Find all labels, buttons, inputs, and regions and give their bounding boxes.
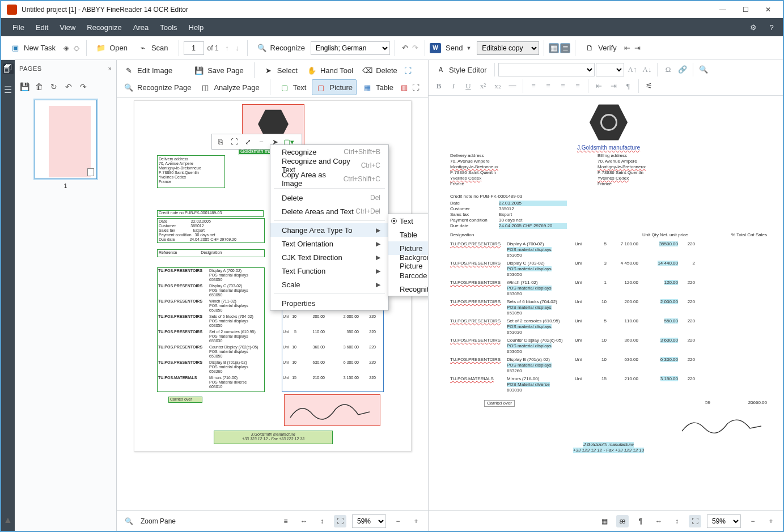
menu-recognize[interactable]: Recognize [81,20,127,35]
align-left-icon[interactable]: ≡ [527,79,540,93]
send-button[interactable]: Send▼ [441,41,476,54]
subscript-icon[interactable]: x₂ [491,79,505,93]
indent-increase-icon[interactable]: ⇥ [607,79,620,93]
increase-font-icon[interactable]: A↑ [625,63,639,76]
settings-icon[interactable]: ⚙ [748,22,759,33]
prev-issue-icon[interactable]: ⇤ [622,43,633,53]
omega-icon[interactable]: Ω [661,63,675,76]
minus-icon[interactable]: − [255,135,268,148]
ctx-sub-item[interactable]: TableCtrl+3 [388,228,428,241]
options-icon[interactable]: ⚟ [642,79,656,93]
edit-image-button[interactable]: ✎Edit Image [120,63,176,78]
ctx-item[interactable]: Text Orientation▶ [270,237,388,250]
new-task-button[interactable]: ▣New Task [6,41,60,56]
fit-icon[interactable]: ⛶ [228,135,240,148]
menu-help[interactable]: Help [183,20,210,35]
bold-icon[interactable]: B [432,79,446,93]
carried-over-zone[interactable]: Carried over [168,397,202,403]
font-size-select[interactable] [596,63,624,76]
fit-height-icon[interactable]: ↕ [316,515,328,527]
align-justify-icon[interactable]: ≡ [571,79,584,93]
list-tab-icon[interactable]: ☰ [3,84,14,95]
maximize-button[interactable]: ☐ [734,2,757,17]
zoom-pane-label[interactable]: Zoom Pane [141,517,176,525]
warning-icon[interactable]: ▲ [3,514,14,525]
page-prev-icon[interactable]: ↑ [222,43,232,53]
link-icon[interactable]: 🔗 [676,63,689,76]
text-fit-page-icon[interactable]: ⛶ [689,515,701,527]
fit-width-icon[interactable]: ↔ [298,515,310,527]
text-fit-height-icon[interactable]: ↕ [671,515,683,527]
pages-tab-icon[interactable]: 🗐 [3,63,14,74]
layout-image-icon[interactable]: ▦ [549,43,559,53]
ctx-item[interactable]: DeleteDel [270,191,388,205]
page-thumbnail[interactable] [35,100,97,179]
footer-zone[interactable]: J.Goldsmith manufacture +33 123 12 12 - … [214,431,333,444]
rotate-right-icon[interactable]: ↷ [77,80,90,93]
italic-icon[interactable]: I [447,79,460,93]
recognition-zone-icon[interactable]: ⛶ [410,82,421,92]
expand-icon[interactable]: ⤢ [241,135,254,148]
redo-icon[interactable]: ↷ [410,43,420,53]
ctx-item[interactable]: Properties [270,296,388,310]
minimize-button[interactable]: — [711,2,734,17]
superscript-icon[interactable]: x² [476,79,490,93]
help-icon[interactable]: ? [766,22,777,33]
strike-icon[interactable]: — [506,79,519,93]
ctx-sub-item[interactable]: Background PictureCtrl+6 [388,255,428,269]
zoom-in-icon[interactable]: + [410,515,422,527]
undo-icon[interactable]: ↶ [400,43,410,53]
rotate-left-icon[interactable]: ↶ [62,80,75,93]
text-zoom-select[interactable]: 59% [707,514,741,528]
ruler-icon[interactable]: ≡ [279,515,292,527]
next-issue-icon[interactable]: ⇥ [633,43,643,53]
page-next-icon[interactable]: ↓ [232,43,243,53]
barcode-zone-icon[interactable]: ▥ [399,82,409,92]
indent-decrease-icon[interactable]: ⇤ [592,79,605,93]
picture-zone-button[interactable]: ▢Picture [312,79,356,95]
crop-icon[interactable]: ⛶ [403,65,413,75]
show-markers-icon[interactable]: æ [616,515,629,527]
page-number-input[interactable] [184,41,204,55]
scan-button[interactable]: ⌁Scan [133,41,173,56]
zoom-select[interactable]: 59% [352,514,386,528]
menu-view[interactable]: View [54,20,81,35]
layer-down-icon[interactable]: ◈ [61,43,71,53]
search-icon[interactable]: 🔍 [697,63,710,76]
language-select[interactable]: English; German [311,41,390,55]
hand-tool-button[interactable]: ✋Hand Tool [303,63,357,78]
ctx-sub-item[interactable]: TextCtrl+2 [388,214,428,228]
ctx-item[interactable]: Change Area Type To▶ [270,223,388,237]
analyze-page-button[interactable]: ◫Analyze Page [197,80,262,95]
zoom-out-icon[interactable]: − [392,515,404,527]
open-button[interactable]: 📁Open [91,41,132,56]
send-mode-select[interactable]: Editable copy [477,41,539,55]
text-zone-button[interactable]: ▢Text [276,80,310,95]
delivery-address-zone[interactable]: Delivery address 70, Avenue Ampere Monti… [157,155,225,188]
menu-tools[interactable]: Tools [154,20,183,35]
ctx-item[interactable]: CJK Text Direction▶ [270,250,388,264]
copy-icon[interactable]: ⎘ [214,135,227,148]
pages-close-icon[interactable]: × [108,65,112,72]
text-zoom-out-icon[interactable]: − [747,515,759,527]
text-canvas[interactable]: J.Goldsmith manufacture Delivery address… [429,96,783,510]
font-select[interactable] [498,63,595,76]
signature-zone[interactable] [284,394,380,426]
table-zone-button[interactable]: ▦Table [359,80,397,95]
style-editor-button[interactable]: ＡStyle Editor [432,62,490,77]
image-canvas[interactable]: Goldsmith manufacture ⎘ ⛶ ⤢ − ➤ ▢▾ Deliv… [117,98,428,510]
ctx-item[interactable]: Copy Area as ImageCtrl+Shift+C [270,172,388,186]
text-zoom-in-icon[interactable]: + [765,515,777,527]
verify-button[interactable]: 🗋Verify [580,41,621,56]
zoom-pane-icon[interactable]: 🔍 [122,515,135,527]
credit-note-zone[interactable]: Credit note no PUB-FK-0001489-03 [157,210,264,217]
fit-page-icon[interactable]: ⛶ [334,515,346,527]
view-grid-icon[interactable]: ▦ [598,515,611,527]
meta-zone[interactable]: Date 22.03.2005 Customer 385012 Sales ta… [157,218,265,243]
pilcrow-toggle-icon[interactable]: ¶ [634,515,647,527]
ctx-sub-item[interactable]: Recognition AreaCtrl+1 [388,282,428,296]
menu-file[interactable]: File [7,20,30,35]
ref-header-zone[interactable]: Reference Designation [157,249,265,257]
select-tool-button[interactable]: ➤Select [260,63,301,78]
save-icon[interactable]: 💾 [18,80,31,93]
